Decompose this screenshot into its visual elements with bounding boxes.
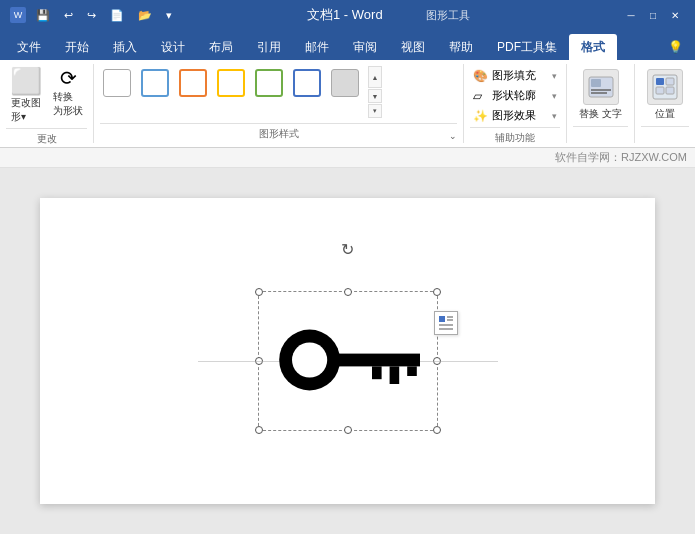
handle-top-left[interactable]	[255, 288, 263, 296]
group-change-shape: ⬜ 更改图形▾ ⟳ 转换为形状 更改	[0, 64, 94, 143]
swatch-scroll-more[interactable]: ▾	[368, 104, 382, 118]
position-body: 位置	[641, 66, 689, 124]
convert-shape-icon: ⟳	[60, 68, 77, 88]
swatch-4[interactable]	[214, 66, 248, 100]
window-controls: ─ □ ✕	[621, 5, 685, 25]
ribbon-tabs: 文件 开始 插入 设计 布局 引用 邮件 审阅 视图 帮助 PDF工具集 格式 …	[0, 30, 695, 60]
effect-icon: ✨	[473, 109, 489, 123]
tab-home[interactable]: 开始	[53, 34, 101, 60]
group-shape-props: 🎨 图形填充 ▾ ▱ 形状轮廓 ▾ ✨ 图形效果 ▾ 辅助功能	[464, 64, 567, 143]
change-shape-icon: ⬜	[10, 68, 42, 94]
change-shape-btn[interactable]: ⬜ 更改图形▾	[6, 66, 46, 126]
key-shape	[268, 299, 428, 421]
position-label: 位置	[655, 107, 675, 121]
open-quick-btn[interactable]: 📂	[134, 7, 156, 24]
shape-outline-btn[interactable]: ▱ 形状轮廓 ▾	[470, 86, 560, 105]
tab-expand[interactable]: 💡	[656, 34, 695, 60]
tab-design[interactable]: 设计	[149, 34, 197, 60]
swatch-3[interactable]	[176, 66, 210, 100]
rotate-handle[interactable]: ↻	[340, 241, 356, 257]
maximize-btn[interactable]: □	[643, 5, 663, 25]
svg-rect-13	[389, 366, 399, 384]
swatch-1[interactable]	[100, 66, 134, 100]
svg-rect-1	[591, 79, 601, 87]
group-position: 位置	[635, 64, 695, 143]
prop-buttons: 🎨 图形填充 ▾ ▱ 形状轮廓 ▾ ✨ 图形效果 ▾	[470, 66, 560, 125]
document-page: ↻	[40, 198, 655, 504]
tab-help[interactable]: 帮助	[437, 34, 485, 60]
tab-mailing[interactable]: 邮件	[293, 34, 341, 60]
replace-text-label: 替换 文字	[579, 107, 622, 121]
convert-shape-btn[interactable]: ⟳ 转换为形状	[49, 66, 87, 120]
replace-text-icon	[583, 69, 619, 105]
tab-review[interactable]: 审阅	[341, 34, 389, 60]
fill-label: 图形填充	[492, 68, 549, 83]
tab-layout[interactable]: 布局	[197, 34, 245, 60]
save-quick-btn[interactable]: 💾	[32, 7, 54, 24]
ribbon-content: ⬜ 更改图形▾ ⟳ 转换为形状 更改	[0, 60, 695, 148]
outline-icon: ▱	[473, 89, 489, 103]
svg-rect-17	[447, 319, 453, 321]
tab-format[interactable]: 格式	[569, 34, 617, 60]
shape-container[interactable]: ↻	[258, 271, 438, 431]
svg-rect-12	[372, 366, 382, 379]
svg-rect-19	[439, 328, 453, 330]
shape-effect-btn[interactable]: ✨ 图形效果 ▾	[470, 106, 560, 125]
svg-rect-11	[332, 354, 420, 367]
position-icon	[647, 69, 683, 105]
redo-quick-btn[interactable]: ↪	[83, 7, 100, 24]
tab-view[interactable]: 视图	[389, 34, 437, 60]
handle-bot-mid[interactable]	[344, 426, 352, 434]
shape-fill-btn[interactable]: 🎨 图形填充 ▾	[470, 66, 560, 85]
title-bar: W 💾 ↩ ↪ 📄 📂 ▾ 文档1 - Word 图形工具 ─ □ ✕	[0, 0, 695, 30]
swatch-scroll-down[interactable]: ▼	[368, 89, 382, 103]
replace-text-body: 替换 文字	[573, 66, 628, 124]
expand-ribbon-icon: 💡	[668, 40, 683, 54]
shape-swatches-grid	[100, 66, 364, 100]
tab-pdf[interactable]: PDF工具集	[485, 34, 569, 60]
shape-props-body: 🎨 图形填充 ▾ ▱ 形状轮廓 ▾ ✨ 图形效果 ▾	[470, 66, 560, 125]
group-replace-text: 替换 文字	[567, 64, 635, 143]
effect-label: 图形效果	[492, 108, 549, 123]
handle-bot-left[interactable]	[255, 426, 263, 434]
swatch-scroll-up[interactable]: ▲	[368, 66, 382, 88]
tab-insert[interactable]: 插入	[101, 34, 149, 60]
handle-bot-right[interactable]	[433, 426, 441, 434]
swatch-2[interactable]	[138, 66, 172, 100]
svg-rect-15	[439, 316, 445, 322]
svg-point-10	[292, 342, 327, 377]
swatch-5[interactable]	[252, 66, 286, 100]
outline-label: 形状轮廓	[492, 88, 549, 103]
fill-icon: 🎨	[473, 69, 489, 83]
close-btn[interactable]: ✕	[665, 5, 685, 25]
position-btn[interactable]: 位置	[641, 66, 689, 124]
watermark-text: 软件自学网：RJZXW.COM	[555, 150, 687, 165]
tab-reference[interactable]: 引用	[245, 34, 293, 60]
svg-rect-6	[666, 78, 674, 85]
shape-styles-expand[interactable]: ⌄	[449, 131, 457, 141]
minimize-btn[interactable]: ─	[621, 5, 641, 25]
handle-top-right[interactable]	[433, 288, 441, 296]
svg-rect-8	[666, 87, 674, 94]
svg-rect-5	[656, 78, 664, 85]
swatch-6[interactable]	[290, 66, 324, 100]
shape-styles-label: 图形样式 ⌄	[100, 123, 457, 141]
more-quick-btn[interactable]: ▾	[162, 7, 176, 24]
tab-file[interactable]: 文件	[5, 34, 53, 60]
document-area: ↻	[0, 168, 695, 534]
swatch-7[interactable]	[328, 66, 362, 100]
layout-icon[interactable]	[434, 311, 458, 335]
shape-props-label: 辅助功能	[470, 127, 560, 145]
handle-top-mid[interactable]	[344, 288, 352, 296]
svg-rect-16	[447, 316, 453, 318]
undo-quick-btn[interactable]: ↩	[60, 7, 77, 24]
word-icon: W	[10, 7, 26, 23]
watermark-bar: 软件自学网：RJZXW.COM	[0, 148, 695, 168]
replace-text-btn[interactable]: 替换 文字	[573, 66, 628, 124]
replace-text-group-label	[573, 126, 628, 141]
effect-arrow: ▾	[552, 111, 557, 121]
new-quick-btn[interactable]: 📄	[106, 7, 128, 24]
group-shape-styles: ▲ ▼ ▾ 图形样式 ⌄	[94, 64, 464, 143]
svg-rect-14	[407, 366, 417, 376]
position-group-label	[641, 126, 689, 141]
